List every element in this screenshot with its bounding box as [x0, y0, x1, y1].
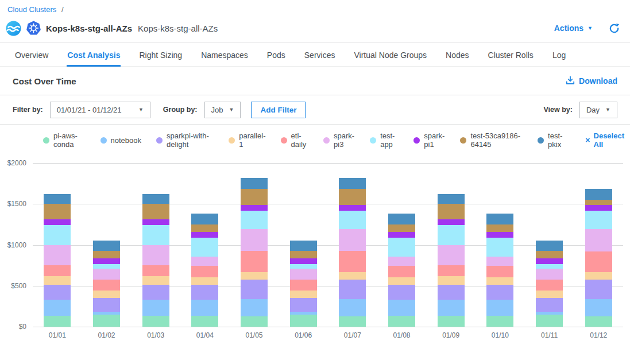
- bar-segment-test-app[interactable]: [191, 238, 218, 256]
- bar-segment-spark-pi3[interactable]: [388, 257, 415, 266]
- bar-segment-etl-daily[interactable]: [388, 266, 415, 277]
- bar-segment-notebook[interactable]: [585, 299, 612, 316]
- legend-item-test-53ca9186-64145[interactable]: test-53ca9186-64145: [460, 131, 523, 149]
- bar-segment-test-app[interactable]: [388, 238, 415, 256]
- tab-overview[interactable]: Overview: [14, 43, 49, 67]
- legend-item-test-pkix[interactable]: test-pkix: [538, 131, 567, 149]
- bar-segment-spark-pi3[interactable]: [339, 229, 366, 251]
- refresh-button[interactable]: [609, 23, 620, 34]
- legend-item-spark-pi1[interactable]: spark-pi1: [413, 131, 445, 149]
- bar-segment-test-pkix[interactable]: [388, 214, 415, 224]
- bar-segment-spark-pi3[interactable]: [44, 245, 71, 266]
- bar-segment-notebook[interactable]: [388, 300, 415, 316]
- bar-segment-parallel-1[interactable]: [536, 291, 563, 299]
- bar-segment-notebook[interactable]: [486, 300, 513, 316]
- bar-01-06[interactable]: [290, 241, 317, 327]
- bar-segment-pi-aws-conda[interactable]: [93, 315, 120, 327]
- bar-segment-spark-pi3[interactable]: [486, 257, 513, 266]
- bar-segment-pi-aws-conda[interactable]: [191, 316, 218, 327]
- bar-segment-test-53ca9186-64145[interactable]: [388, 224, 415, 233]
- bar-segment-notebook[interactable]: [339, 299, 366, 316]
- bar-segment-pi-aws-conda[interactable]: [339, 316, 366, 327]
- bar-segment-spark-pi3[interactable]: [290, 269, 317, 280]
- bar-segment-test-pkix[interactable]: [142, 194, 169, 204]
- bar-segment-sparkpi-with-delight[interactable]: [241, 280, 268, 299]
- bar-segment-sparkpi-with-delight[interactable]: [290, 298, 317, 312]
- bar-segment-test-app[interactable]: [585, 211, 612, 230]
- tab-namespaces[interactable]: Namespaces: [200, 43, 249, 67]
- bar-segment-test-pkix[interactable]: [290, 241, 317, 251]
- bar-segment-test-53ca9186-64145[interactable]: [585, 200, 612, 205]
- bar-segment-sparkpi-with-delight[interactable]: [438, 285, 465, 300]
- bar-segment-test-53ca9186-64145[interactable]: [339, 189, 366, 205]
- tab-pods[interactable]: Pods: [266, 43, 286, 67]
- add-filter-button[interactable]: Add Filter: [251, 102, 306, 118]
- bar-segment-test-53ca9186-64145[interactable]: [290, 251, 317, 258]
- bar-segment-etl-daily[interactable]: [191, 266, 218, 277]
- bar-01-07[interactable]: [339, 178, 366, 327]
- bar-segment-spark-pi1[interactable]: [93, 258, 120, 264]
- bar-segment-test-app[interactable]: [536, 264, 563, 269]
- bar-segment-test-53ca9186-64145[interactable]: [93, 251, 120, 258]
- bar-segment-spark-pi1[interactable]: [241, 205, 268, 211]
- bar-segment-sparkpi-with-delight[interactable]: [142, 285, 169, 300]
- bar-01-10[interactable]: [486, 214, 513, 327]
- bar-segment-spark-pi1[interactable]: [585, 205, 612, 210]
- bar-segment-spark-pi3[interactable]: [142, 245, 169, 266]
- bar-segment-pi-aws-conda[interactable]: [536, 315, 563, 327]
- bar-segment-parallel-1[interactable]: [44, 276, 71, 285]
- bar-segment-test-53ca9186-64145[interactable]: [142, 204, 169, 220]
- bar-segment-spark-pi1[interactable]: [339, 205, 366, 211]
- bar-segment-test-53ca9186-64145[interactable]: [536, 251, 563, 258]
- date-range-select[interactable]: 01/01/21 - 01/12/21 ▼: [50, 102, 150, 118]
- legend-item-notebook[interactable]: notebook: [101, 136, 142, 145]
- bar-segment-spark-pi1[interactable]: [486, 232, 513, 238]
- bar-segment-test-app[interactable]: [339, 211, 366, 229]
- bar-segment-spark-pi3[interactable]: [191, 257, 218, 266]
- actions-button[interactable]: Actions ▼: [554, 24, 593, 33]
- bar-segment-etl-daily[interactable]: [241, 251, 268, 273]
- bar-segment-sparkpi-with-delight[interactable]: [339, 280, 366, 299]
- bar-segment-etl-daily[interactable]: [536, 280, 563, 291]
- tab-services[interactable]: Services: [304, 43, 336, 67]
- bar-segment-parallel-1[interactable]: [339, 272, 366, 280]
- bar-segment-test-pkix[interactable]: [93, 241, 120, 251]
- bar-segment-spark-pi3[interactable]: [438, 245, 465, 266]
- bar-segment-test-pkix[interactable]: [339, 178, 366, 189]
- tab-virtual-node-groups[interactable]: Virtual Node Groups: [353, 43, 427, 67]
- tab-cost-analysis[interactable]: Cost Analysis: [67, 43, 121, 67]
- bar-segment-pi-aws-conda[interactable]: [585, 316, 612, 327]
- bar-segment-test-pkix[interactable]: [44, 194, 71, 204]
- legend-item-test-app[interactable]: test-app: [370, 131, 399, 149]
- bar-01-08[interactable]: [388, 214, 415, 327]
- bar-segment-spark-pi1[interactable]: [290, 258, 317, 264]
- bar-01-12[interactable]: [585, 189, 612, 327]
- breadcrumb-link-cloud-clusters[interactable]: Cloud Clusters: [7, 5, 56, 14]
- bar-segment-spark-pi1[interactable]: [438, 219, 465, 225]
- bar-segment-pi-aws-conda[interactable]: [44, 316, 71, 327]
- bar-segment-test-53ca9186-64145[interactable]: [191, 224, 218, 233]
- bar-segment-parallel-1[interactable]: [93, 291, 120, 299]
- bar-01-01[interactable]: [44, 194, 71, 327]
- bar-segment-notebook[interactable]: [241, 299, 268, 316]
- legend-item-parallel-1[interactable]: parallel-1: [229, 131, 265, 149]
- bar-segment-test-pkix[interactable]: [438, 194, 465, 204]
- bar-segment-notebook[interactable]: [191, 300, 218, 316]
- bar-segment-parallel-1[interactable]: [585, 272, 612, 280]
- legend-item-sparkpi-with-delight[interactable]: sparkpi-with-delight: [156, 131, 214, 149]
- bar-01-03[interactable]: [142, 194, 169, 327]
- bar-segment-etl-daily[interactable]: [142, 265, 169, 276]
- bar-segment-spark-pi1[interactable]: [191, 232, 218, 238]
- bar-01-02[interactable]: [93, 241, 120, 327]
- bar-segment-test-app[interactable]: [290, 264, 317, 269]
- bar-segment-pi-aws-conda[interactable]: [438, 316, 465, 327]
- bar-segment-etl-daily[interactable]: [44, 265, 71, 276]
- bar-segment-notebook[interactable]: [44, 300, 71, 316]
- bar-segment-test-pkix[interactable]: [241, 178, 268, 189]
- bar-segment-parallel-1[interactable]: [191, 277, 218, 285]
- legend-item-pi-aws-conda[interactable]: pi-aws-conda: [43, 131, 86, 149]
- bar-segment-pi-aws-conda[interactable]: [486, 316, 513, 327]
- bar-segment-notebook[interactable]: [142, 300, 169, 316]
- bar-segment-notebook[interactable]: [438, 300, 465, 316]
- tab-right-sizing[interactable]: Right Sizing: [138, 43, 183, 67]
